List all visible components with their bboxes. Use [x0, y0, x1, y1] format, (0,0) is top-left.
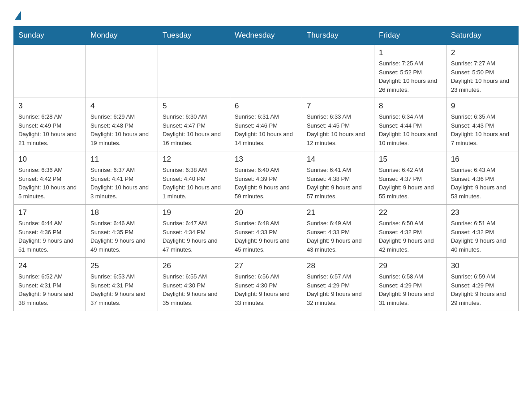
calendar-cell: 6Sunrise: 6:31 AM Sunset: 4:46 PM Daylig… [230, 98, 302, 151]
day-info: Sunrise: 6:51 AM Sunset: 4:32 PM Dayligh… [451, 219, 514, 254]
day-number: 15 [379, 155, 442, 164]
day-number: 9 [451, 102, 514, 111]
day-number: 3 [18, 102, 81, 111]
day-number: 14 [307, 155, 369, 164]
calendar-cell: 4Sunrise: 6:29 AM Sunset: 4:48 PM Daylig… [86, 98, 158, 151]
calendar-week-3: 10Sunrise: 6:36 AM Sunset: 4:42 PM Dayli… [14, 151, 519, 205]
day-info: Sunrise: 6:55 AM Sunset: 4:30 PM Dayligh… [163, 272, 225, 307]
calendar-cell: 20Sunrise: 6:48 AM Sunset: 4:33 PM Dayli… [230, 205, 302, 258]
calendar-cell: 22Sunrise: 6:50 AM Sunset: 4:32 PM Dayli… [374, 205, 446, 258]
day-info: Sunrise: 6:52 AM Sunset: 4:31 PM Dayligh… [18, 272, 81, 307]
calendar-cell: 1Sunrise: 7:25 AM Sunset: 5:52 PM Daylig… [374, 45, 446, 98]
day-number: 10 [18, 155, 81, 164]
calendar-cell: 16Sunrise: 6:43 AM Sunset: 4:36 PM Dayli… [446, 151, 518, 205]
calendar-cell: 27Sunrise: 6:56 AM Sunset: 4:30 PM Dayli… [230, 258, 302, 311]
day-info: Sunrise: 6:56 AM Sunset: 4:30 PM Dayligh… [235, 272, 297, 307]
day-number: 1 [379, 48, 442, 57]
day-number: 28 [307, 261, 369, 270]
day-info: Sunrise: 7:25 AM Sunset: 5:52 PM Dayligh… [379, 59, 442, 94]
calendar-cell: 11Sunrise: 6:37 AM Sunset: 4:41 PM Dayli… [86, 151, 158, 205]
weekday-header-tuesday: Tuesday [158, 26, 230, 45]
day-number: 11 [90, 155, 153, 164]
calendar-cell [86, 45, 158, 98]
calendar-cell: 30Sunrise: 6:59 AM Sunset: 4:29 PM Dayli… [446, 258, 518, 311]
day-info: Sunrise: 6:50 AM Sunset: 4:32 PM Dayligh… [379, 219, 442, 254]
calendar-cell: 26Sunrise: 6:55 AM Sunset: 4:30 PM Dayli… [158, 258, 230, 311]
day-number: 18 [90, 208, 153, 217]
day-info: Sunrise: 6:57 AM Sunset: 4:29 PM Dayligh… [307, 272, 369, 307]
day-info: Sunrise: 6:37 AM Sunset: 4:41 PM Dayligh… [90, 166, 153, 201]
calendar-cell: 9Sunrise: 6:35 AM Sunset: 4:43 PM Daylig… [446, 98, 518, 151]
calendar-cell: 3Sunrise: 6:28 AM Sunset: 4:49 PM Daylig… [14, 98, 86, 151]
day-number: 12 [163, 155, 225, 164]
calendar-cell: 24Sunrise: 6:52 AM Sunset: 4:31 PM Dayli… [14, 258, 86, 311]
day-info: Sunrise: 6:30 AM Sunset: 4:47 PM Dayligh… [163, 112, 225, 147]
calendar-cell: 28Sunrise: 6:57 AM Sunset: 4:29 PM Dayli… [302, 258, 374, 311]
calendar-cell: 7Sunrise: 6:33 AM Sunset: 4:45 PM Daylig… [302, 98, 374, 151]
calendar-cell: 23Sunrise: 6:51 AM Sunset: 4:32 PM Dayli… [446, 205, 518, 258]
day-number: 23 [451, 208, 514, 217]
calendar-body: 1Sunrise: 7:25 AM Sunset: 5:52 PM Daylig… [14, 45, 519, 311]
calendar-cell: 15Sunrise: 6:42 AM Sunset: 4:37 PM Dayli… [374, 151, 446, 205]
day-info: Sunrise: 6:36 AM Sunset: 4:42 PM Dayligh… [18, 166, 81, 201]
day-info: Sunrise: 6:28 AM Sunset: 4:49 PM Dayligh… [18, 112, 81, 147]
calendar-cell: 10Sunrise: 6:36 AM Sunset: 4:42 PM Dayli… [14, 151, 86, 205]
day-info: Sunrise: 6:48 AM Sunset: 4:33 PM Dayligh… [235, 219, 297, 254]
calendar-week-4: 17Sunrise: 6:44 AM Sunset: 4:36 PM Dayli… [14, 205, 519, 258]
header [13, 9, 519, 18]
day-number: 20 [235, 208, 297, 217]
weekday-header-monday: Monday [86, 26, 158, 45]
day-info: Sunrise: 6:59 AM Sunset: 4:29 PM Dayligh… [451, 272, 514, 307]
calendar-table: SundayMondayTuesdayWednesdayThursdayFrid… [13, 26, 519, 311]
day-number: 7 [307, 102, 369, 111]
calendar-cell [14, 45, 86, 98]
day-number: 2 [451, 48, 514, 57]
calendar-cell [302, 45, 374, 98]
day-info: Sunrise: 6:44 AM Sunset: 4:36 PM Dayligh… [18, 219, 81, 254]
calendar-cell: 14Sunrise: 6:41 AM Sunset: 4:38 PM Dayli… [302, 151, 374, 205]
calendar-week-1: 1Sunrise: 7:25 AM Sunset: 5:52 PM Daylig… [14, 45, 519, 98]
day-info: Sunrise: 6:53 AM Sunset: 4:31 PM Dayligh… [90, 272, 153, 307]
day-number: 21 [307, 208, 369, 217]
day-number: 30 [451, 261, 514, 270]
day-number: 27 [235, 261, 297, 270]
day-number: 22 [379, 208, 442, 217]
calendar-week-2: 3Sunrise: 6:28 AM Sunset: 4:49 PM Daylig… [14, 98, 519, 151]
day-number: 4 [90, 102, 153, 111]
calendar-cell: 2Sunrise: 7:27 AM Sunset: 5:50 PM Daylig… [446, 45, 518, 98]
calendar-week-5: 24Sunrise: 6:52 AM Sunset: 4:31 PM Dayli… [14, 258, 519, 311]
day-number: 6 [235, 102, 297, 111]
weekday-header-wednesday: Wednesday [230, 26, 302, 45]
day-number: 13 [235, 155, 297, 164]
day-number: 24 [18, 261, 81, 270]
calendar-cell: 29Sunrise: 6:58 AM Sunset: 4:29 PM Dayli… [374, 258, 446, 311]
day-info: Sunrise: 7:27 AM Sunset: 5:50 PM Dayligh… [451, 59, 514, 94]
day-info: Sunrise: 6:47 AM Sunset: 4:34 PM Dayligh… [163, 219, 225, 254]
weekday-header-thursday: Thursday [302, 26, 374, 45]
calendar-cell: 13Sunrise: 6:40 AM Sunset: 4:39 PM Dayli… [230, 151, 302, 205]
calendar-cell: 8Sunrise: 6:34 AM Sunset: 4:44 PM Daylig… [374, 98, 446, 151]
weekday-header-friday: Friday [374, 26, 446, 45]
calendar-cell: 18Sunrise: 6:46 AM Sunset: 4:35 PM Dayli… [86, 205, 158, 258]
day-info: Sunrise: 6:43 AM Sunset: 4:36 PM Dayligh… [451, 166, 514, 201]
day-info: Sunrise: 6:42 AM Sunset: 4:37 PM Dayligh… [379, 166, 442, 201]
day-number: 8 [379, 102, 442, 111]
day-info: Sunrise: 6:29 AM Sunset: 4:48 PM Dayligh… [90, 112, 153, 147]
calendar-cell: 21Sunrise: 6:49 AM Sunset: 4:33 PM Dayli… [302, 205, 374, 258]
day-info: Sunrise: 6:33 AM Sunset: 4:45 PM Dayligh… [307, 112, 369, 147]
calendar-cell: 19Sunrise: 6:47 AM Sunset: 4:34 PM Dayli… [158, 205, 230, 258]
weekday-header-saturday: Saturday [446, 26, 518, 45]
logo-triangle-icon [15, 11, 21, 20]
weekday-header-row: SundayMondayTuesdayWednesdayThursdayFrid… [14, 26, 519, 45]
calendar-cell: 25Sunrise: 6:53 AM Sunset: 4:31 PM Dayli… [86, 258, 158, 311]
calendar-cell [230, 45, 302, 98]
calendar-cell: 12Sunrise: 6:38 AM Sunset: 4:40 PM Dayli… [158, 151, 230, 205]
day-number: 26 [163, 261, 225, 270]
calendar-cell: 5Sunrise: 6:30 AM Sunset: 4:47 PM Daylig… [158, 98, 230, 151]
day-info: Sunrise: 6:46 AM Sunset: 4:35 PM Dayligh… [90, 219, 153, 254]
day-info: Sunrise: 6:34 AM Sunset: 4:44 PM Dayligh… [379, 112, 442, 147]
calendar-cell [158, 45, 230, 98]
day-number: 25 [90, 261, 153, 270]
day-number: 19 [163, 208, 225, 217]
logo [13, 9, 21, 18]
